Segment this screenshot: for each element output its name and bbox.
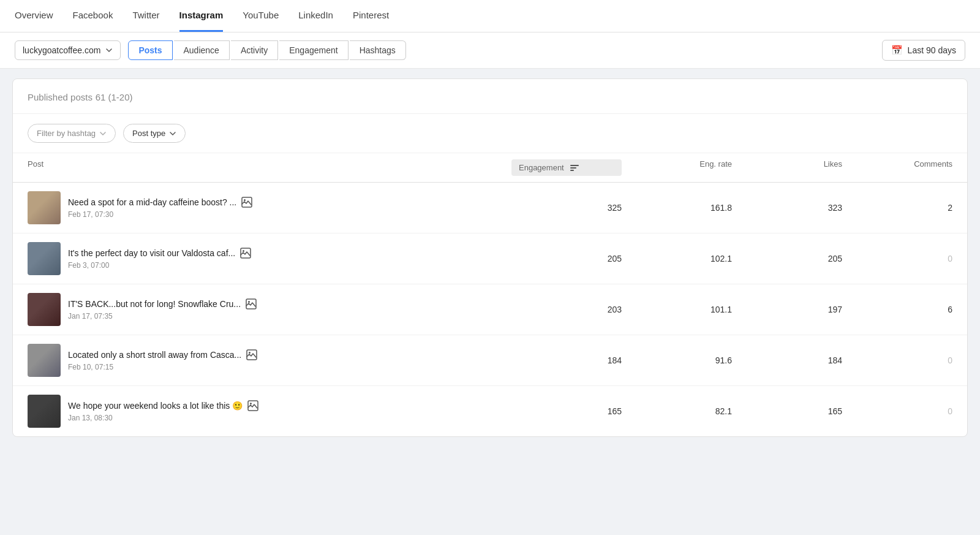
post-cell-1: It's the perfect day to visit our Valdos… bbox=[28, 242, 511, 275]
toolbar: luckygoatcoffee.com PostsAudienceActivit… bbox=[0, 32, 980, 69]
post-cell-0: Need a spot for a mid-day caffeine boost… bbox=[28, 191, 511, 224]
account-selector[interactable]: luckygoatcoffee.com bbox=[15, 40, 121, 60]
post-cell-4: We hope your weekend looks a lot like th… bbox=[28, 395, 511, 428]
sub-tabs: PostsAudienceActivityEngagementHashtags bbox=[128, 40, 405, 60]
post-date: Feb 17, 07:30 bbox=[68, 210, 252, 219]
date-filter-label: Last 90 days bbox=[908, 45, 956, 55]
hashtag-filter-button[interactable]: Filter by hashtag bbox=[28, 124, 116, 143]
account-name: luckygoatcoffee.com bbox=[23, 45, 100, 55]
table-row[interactable]: IT'S BACK...but not for long! Snowflake … bbox=[13, 284, 967, 335]
svg-point-5 bbox=[248, 301, 250, 303]
comments-value: 2 bbox=[842, 203, 952, 213]
tab-audience[interactable]: Audience bbox=[174, 40, 230, 60]
col-header-post: Post bbox=[28, 159, 511, 176]
post-type-label: Post type bbox=[132, 129, 165, 138]
nav-item-overview[interactable]: Overview bbox=[15, 0, 53, 32]
engagement-value: 165 bbox=[511, 406, 622, 416]
comments-value: 0 bbox=[842, 254, 952, 264]
nav-item-instagram[interactable]: Instagram bbox=[179, 0, 224, 32]
table-row[interactable]: Need a spot for a mid-day caffeine boost… bbox=[13, 183, 967, 233]
nav-item-facebook[interactable]: Facebook bbox=[73, 0, 113, 32]
section-count: 61 (1-20) bbox=[96, 92, 133, 102]
nav-item-linkedin[interactable]: LinkedIn bbox=[298, 0, 333, 32]
likes-value: 197 bbox=[732, 305, 842, 314]
svg-point-1 bbox=[244, 199, 246, 201]
tab-posts[interactable]: Posts bbox=[128, 40, 172, 60]
post-title: Need a spot for a mid-day caffeine boost… bbox=[68, 197, 252, 208]
post-date: Feb 10, 07:15 bbox=[68, 363, 257, 371]
col-header-likes: Likes bbox=[732, 159, 842, 176]
post-thumbnail bbox=[28, 293, 61, 326]
nav-item-pinterest[interactable]: Pinterest bbox=[353, 0, 389, 32]
chevron-down-icon bbox=[105, 47, 113, 54]
section-header: Published posts 61 (1-20) bbox=[13, 79, 967, 114]
svg-point-7 bbox=[249, 352, 251, 354]
post-info: Need a spot for a mid-day caffeine boost… bbox=[68, 197, 252, 219]
hashtag-filter-label: Filter by hashtag bbox=[37, 129, 96, 138]
post-type-filter-button[interactable]: Post type bbox=[123, 124, 186, 143]
post-title: IT'S BACK...but not for long! Snowflake … bbox=[68, 298, 257, 309]
post-title: We hope your weekend looks a lot like th… bbox=[68, 400, 258, 411]
engagement-value: 325 bbox=[511, 203, 622, 213]
date-filter-button[interactable]: 📅 Last 90 days bbox=[882, 40, 965, 61]
post-date: Jan 13, 08:30 bbox=[68, 414, 258, 422]
eng-rate-value: 102.1 bbox=[622, 254, 732, 264]
col-header-comments: Comments bbox=[842, 159, 952, 176]
table-body: Need a spot for a mid-day caffeine boost… bbox=[13, 183, 967, 436]
sort-icon bbox=[570, 165, 579, 171]
image-type-icon bbox=[240, 248, 251, 259]
image-type-icon bbox=[246, 298, 257, 309]
section-title: Published posts 61 (1-20) bbox=[28, 91, 952, 104]
image-type-icon bbox=[247, 400, 258, 411]
post-thumbnail bbox=[28, 191, 61, 224]
post-info: It's the perfect day to visit our Valdos… bbox=[68, 248, 251, 270]
eng-rate-value: 101.1 bbox=[622, 305, 732, 314]
likes-value: 184 bbox=[732, 355, 842, 365]
likes-value: 323 bbox=[732, 203, 842, 213]
main-content: Published posts 61 (1-20) Filter by hash… bbox=[12, 78, 968, 437]
col-header-engagement[interactable]: Engagement bbox=[511, 159, 622, 176]
eng-rate-value: 91.6 bbox=[622, 355, 732, 365]
svg-point-9 bbox=[250, 403, 252, 404]
comments-value: 0 bbox=[842, 355, 952, 365]
post-title: It's the perfect day to visit our Valdos… bbox=[68, 248, 251, 259]
image-type-icon bbox=[241, 197, 252, 208]
table-row[interactable]: It's the perfect day to visit our Valdos… bbox=[13, 233, 967, 284]
table-header: Post Engagement Eng. rate Likes Comments bbox=[13, 153, 967, 183]
tab-activity[interactable]: Activity bbox=[231, 40, 278, 60]
filters-row: Filter by hashtag Post type bbox=[13, 114, 967, 153]
tab-hashtags[interactable]: Hashtags bbox=[350, 40, 406, 60]
post-thumbnail bbox=[28, 242, 61, 275]
comments-value: 0 bbox=[842, 406, 952, 416]
toolbar-left: luckygoatcoffee.com PostsAudienceActivit… bbox=[15, 40, 406, 60]
post-thumbnail bbox=[28, 395, 61, 428]
nav-item-twitter[interactable]: Twitter bbox=[132, 0, 159, 32]
post-title: Located only a short stroll away from Ca… bbox=[68, 349, 257, 360]
top-navigation: OverviewFacebookTwitterInstagramYouTubeL… bbox=[0, 0, 980, 32]
post-date: Feb 3, 07:00 bbox=[68, 261, 251, 270]
col-header-eng-rate: Eng. rate bbox=[622, 159, 732, 176]
engagement-col-label: Engagement bbox=[519, 163, 564, 172]
nav-item-youtube[interactable]: YouTube bbox=[243, 0, 279, 32]
post-date: Jan 17, 07:35 bbox=[68, 312, 257, 321]
post-info: We hope your weekend looks a lot like th… bbox=[68, 400, 258, 422]
calendar-icon: 📅 bbox=[891, 45, 903, 56]
table-row[interactable]: Located only a short stroll away from Ca… bbox=[13, 335, 967, 386]
tab-engagement[interactable]: Engagement bbox=[279, 40, 348, 60]
post-cell-3: Located only a short stroll away from Ca… bbox=[28, 344, 511, 377]
engagement-value: 184 bbox=[511, 355, 622, 365]
likes-value: 165 bbox=[732, 406, 842, 416]
comments-value: 6 bbox=[842, 305, 952, 314]
hashtag-chevron-icon bbox=[99, 130, 107, 137]
post-cell-2: IT'S BACK...but not for long! Snowflake … bbox=[28, 293, 511, 326]
image-type-icon bbox=[246, 349, 257, 360]
post-info: IT'S BACK...but not for long! Snowflake … bbox=[68, 298, 257, 321]
eng-rate-value: 82.1 bbox=[622, 406, 732, 416]
section-title-text: Published posts bbox=[28, 92, 92, 102]
likes-value: 205 bbox=[732, 254, 842, 264]
svg-point-3 bbox=[243, 250, 244, 252]
eng-rate-value: 161.8 bbox=[622, 203, 732, 213]
post-thumbnail bbox=[28, 344, 61, 377]
table-row[interactable]: We hope your weekend looks a lot like th… bbox=[13, 386, 967, 436]
engagement-value: 205 bbox=[511, 254, 622, 264]
